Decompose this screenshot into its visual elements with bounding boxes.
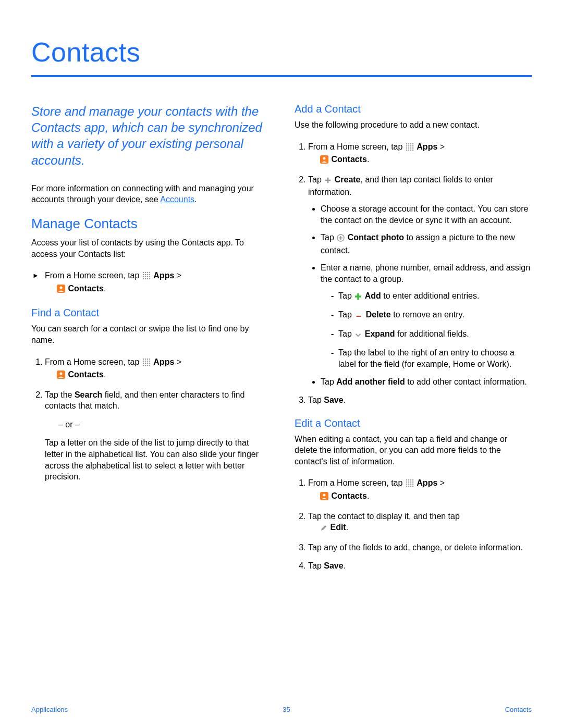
edit-label: Edit <box>330 523 346 532</box>
dash-expand: Tap Expand for additional fields. <box>331 328 532 341</box>
manage-intro: Access your list of contacts by using th… <box>31 237 268 260</box>
apps-label: Apps <box>153 357 174 366</box>
add-another-field-label: Add another field <box>336 377 405 386</box>
create-label: Create <box>335 175 361 184</box>
search-label: Search <box>75 390 102 399</box>
add-step-2: Tap Create, and then tap contact fields … <box>308 174 532 387</box>
plus-circle-icon <box>337 233 345 245</box>
add-dashes: Tap Add to enter additional entries. Tap… <box>321 290 532 370</box>
bullet-another-field: Tap Add another field to add other conta… <box>321 376 532 388</box>
manage-steps: From a Home screen, tap Apps > Contacts. <box>31 270 268 295</box>
delete-label: Delete <box>366 310 391 319</box>
content-columns: Store and manage your contacts with the … <box>31 103 532 579</box>
bullet-fields: Enter a name, phone number, email addres… <box>321 262 532 369</box>
bullet-photo: Tap Contact photo to assign a picture to… <box>321 232 532 256</box>
edit-step-4: Tap Save. <box>308 560 532 572</box>
dash-delete: Tap Delete to remove an entry. <box>331 309 532 322</box>
dash-add: Tap Add to enter additional entries. <box>331 290 532 303</box>
plus-gray-icon <box>324 176 332 187</box>
contacts-app-icon <box>320 492 328 503</box>
edit-step-3: Tap any of the fields to add, change, or… <box>308 542 532 553</box>
more-info-suffix: . <box>194 195 197 204</box>
add-step-1: From a Home screen, tap Apps > Contacts. <box>308 141 532 167</box>
page-title: Contacts <box>31 36 532 77</box>
dash-label: Tap the label to the right of an entry t… <box>331 347 532 369</box>
find-step-2: Tap the Search field, and then enter cha… <box>45 389 268 483</box>
footer-left: Applications <box>31 706 68 713</box>
manage-step-1: From a Home screen, tap Apps > Contacts. <box>45 270 268 295</box>
save-label: Save <box>324 396 343 404</box>
find-step-1: From a Home screen, tap Apps > Contacts. <box>45 356 268 382</box>
right-column: Add a Contact Use the following procedur… <box>295 103 532 579</box>
contacts-app-icon <box>320 155 328 167</box>
apps-grid-icon <box>406 143 414 154</box>
edit-contact-heading: Edit a Contact <box>295 417 532 429</box>
contacts-label: Contacts <box>68 370 103 379</box>
contacts-app-icon <box>57 371 65 382</box>
find-steps: From a Home screen, tap Apps > Contacts.… <box>31 356 268 483</box>
page-footer: Applications 35 Contacts <box>31 706 532 713</box>
add-intro: Use the following procedure to add a new… <box>295 119 532 131</box>
edit-steps: From a Home screen, tap Apps > Contacts.… <box>295 477 532 572</box>
find-step-alt: Tap a letter on the side of the list to … <box>45 437 268 482</box>
pencil-icon <box>320 523 327 535</box>
find-contact-heading: Find a Contact <box>31 307 268 319</box>
chevron-down-icon <box>354 330 362 341</box>
footer-right: Contacts <box>505 706 532 713</box>
add-bullets: Choose a storage account for the contact… <box>308 203 532 387</box>
period: . <box>104 284 106 293</box>
add-label: Add <box>365 291 381 300</box>
apps-label: Apps <box>153 271 174 280</box>
or-divider: – or – <box>58 419 268 430</box>
edit-intro: When editing a contact, you can tap a fi… <box>295 434 532 467</box>
manage-contacts-heading: Manage Contacts <box>31 216 268 232</box>
more-info-text: For more information on connecting with … <box>31 183 268 205</box>
contact-photo-label: Contact photo <box>348 233 404 242</box>
step-text: From a Home screen, tap <box>45 271 142 280</box>
expand-label: Expand <box>365 329 395 338</box>
contacts-label: Contacts <box>68 284 103 293</box>
apps-grid-icon <box>142 272 151 283</box>
left-column: Store and manage your contacts with the … <box>31 103 268 579</box>
intro-text: Store and manage your contacts with the … <box>31 103 268 168</box>
apps-grid-icon <box>406 479 414 490</box>
minus-red-icon <box>354 311 363 322</box>
accounts-link[interactable]: Accounts <box>160 195 194 204</box>
find-intro: You can search for a contact or swipe th… <box>31 323 268 346</box>
add-steps: From a Home screen, tap Apps > Contacts.… <box>295 141 532 406</box>
edit-step-2: Tap the contact to display it, and then … <box>308 511 532 535</box>
step-text: From a Home screen, tap <box>45 357 142 366</box>
apps-grid-icon <box>142 358 151 369</box>
more-info-prefix: For more information on connecting with … <box>31 184 254 204</box>
footer-page-number: 35 <box>283 706 290 713</box>
contacts-app-icon <box>57 285 65 296</box>
edit-step-1: From a Home screen, tap Apps > Contacts. <box>308 477 532 503</box>
add-step-3: Tap Save. <box>308 394 532 406</box>
add-contact-heading: Add a Contact <box>295 103 532 115</box>
plus-green-icon <box>354 292 362 303</box>
gt: > <box>174 271 181 280</box>
bullet-storage: Choose a storage account for the contact… <box>321 203 532 226</box>
save-label: Save <box>324 561 343 570</box>
